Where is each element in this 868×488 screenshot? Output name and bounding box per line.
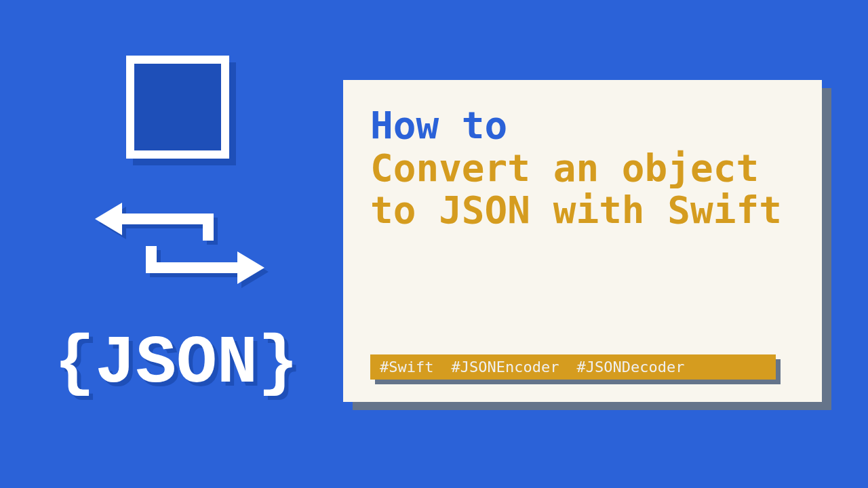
svg-rect-11	[146, 246, 157, 273]
thumbnail-canvas: {JSON} How to Convert an object to JSON …	[0, 0, 868, 488]
illustration-left: {JSON}	[54, 41, 339, 447]
swap-arrows-icon	[95, 200, 271, 295]
square-outline-icon	[126, 56, 229, 159]
tag-jsonencoder: #JSONEncoder	[451, 359, 559, 375]
svg-rect-8	[203, 214, 214, 241]
title-card: How to Convert an object to JSON with Sw…	[343, 80, 822, 402]
svg-marker-6	[95, 203, 122, 235]
svg-rect-10	[146, 262, 237, 273]
title-block: How to Convert an object to JSON with Sw…	[370, 104, 795, 232]
title-main: Convert an object to JSON with Swift	[370, 147, 795, 232]
tag-jsondecoder: #JSONDecoder	[576, 359, 684, 375]
tag-bar-strip: #Swift #JSONEncoder #JSONDecoder	[370, 354, 776, 380]
tag-swift: #Swift	[380, 359, 433, 375]
svg-rect-7	[122, 214, 214, 224]
tag-bar: #Swift #JSONEncoder #JSONDecoder	[370, 354, 795, 384]
title-lead: How to	[370, 104, 795, 147]
json-brace-label: {JSON}	[54, 325, 339, 402]
